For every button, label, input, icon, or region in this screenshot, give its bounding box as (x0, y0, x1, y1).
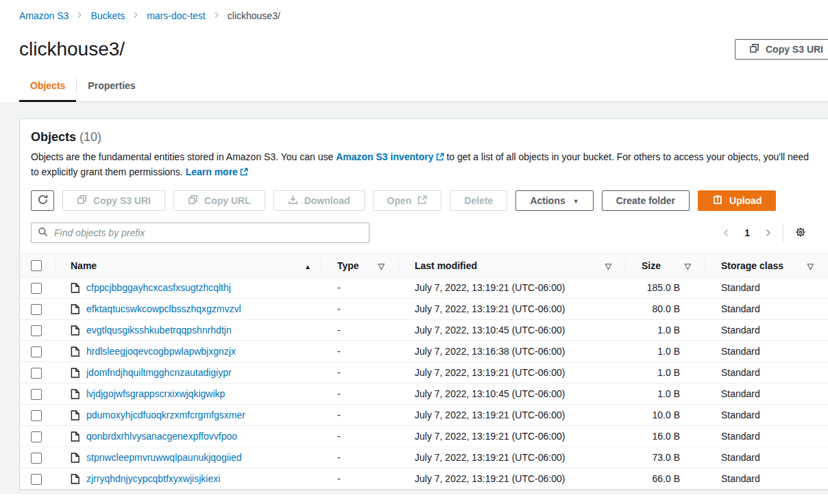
search-icon (38, 227, 48, 240)
file-icon (71, 283, 80, 293)
row-checkbox[interactable] (31, 474, 42, 485)
row-checkbox[interactable] (31, 346, 42, 357)
object-name-link[interactable]: cfppcjbbggayhcxcasfxsugtzhcqlthj (86, 282, 231, 293)
object-type: - (321, 367, 398, 378)
open-button[interactable]: Open (373, 190, 442, 211)
row-checkbox[interactable] (31, 368, 42, 379)
download-button[interactable]: Download (273, 190, 365, 211)
gear-icon (794, 226, 807, 240)
row-checkbox[interactable] (31, 389, 42, 400)
settings-gear-button[interactable] (793, 225, 808, 242)
object-storage-class: Standard (705, 388, 828, 399)
breadcrumb-link-buckets[interactable]: Buckets (90, 10, 125, 21)
row-checkbox[interactable] (31, 431, 42, 442)
object-name-link[interactable]: evgtlqusgiksshkubetrqqpshnrhdtjn (86, 325, 232, 336)
object-type: - (321, 346, 398, 357)
objects-description: Objects are the fundamental entities sto… (20, 147, 828, 180)
search-row: 1 (20, 217, 828, 253)
objects-panel-heading: Objects (10) (20, 119, 828, 147)
select-all-checkbox[interactable] (31, 260, 42, 271)
column-header-size[interactable]: Size (625, 254, 705, 277)
object-name-link[interactable]: hrdlsleegjoqevcogbpwlapwbjxgnzjx (86, 346, 236, 357)
next-page-button[interactable] (762, 227, 773, 239)
previous-page-button[interactable] (721, 227, 732, 239)
current-page-number[interactable]: 1 (742, 227, 753, 238)
object-name-link[interactable]: zjrryqhdnjycypcqbtfxyxwjisjkiexi (86, 473, 220, 484)
tab-objects[interactable]: Objects (19, 72, 76, 101)
objects-toolbar: Copy S3 URI Copy URL Download Open Delet… (20, 180, 828, 217)
create-folder-button[interactable]: Create folder (602, 190, 690, 211)
select-all-checkbox-cell (20, 254, 56, 277)
copy-icon (188, 194, 198, 207)
column-header-last-modified[interactable]: Last modified (398, 254, 625, 277)
object-type: - (321, 410, 398, 420)
row-checkbox[interactable] (31, 304, 42, 315)
column-header-type[interactable]: Type (321, 254, 398, 277)
copy-url-button[interactable]: Copy URL (173, 190, 265, 211)
object-name-link[interactable]: pdumoxyhjcdfuoqkrzxmfcrgmfgsxmer (86, 410, 245, 420)
sort-icon (685, 260, 691, 271)
search-box (31, 223, 369, 243)
refresh-button[interactable] (31, 190, 54, 211)
copy-s3-uri-header-button[interactable]: Copy S3 URI (735, 39, 828, 60)
row-checkbox[interactable] (31, 283, 42, 294)
copy-icon (77, 194, 87, 207)
row-checkbox[interactable] (31, 453, 42, 464)
table-row: qonbrdxrhlvysanacgenexpffovvfpoo - July … (20, 426, 828, 447)
object-name-link[interactable]: lvjdjgojwfsgrappscrxixwjqkigwikp (86, 388, 225, 399)
object-type: - (321, 431, 398, 442)
table-row: zjrryqhdnjycypcqbtfxyxwjisjkiexi - July … (20, 468, 828, 490)
upload-button[interactable]: Upload (698, 190, 776, 211)
file-icon (71, 431, 80, 442)
caret-down-icon (572, 195, 579, 206)
row-checkbox[interactable] (31, 325, 42, 336)
object-storage-class: Standard (705, 325, 828, 336)
breadcrumb: Amazon S3 Buckets mars-doc-test clickhou… (19, 0, 828, 21)
column-header-storage-class[interactable]: Storage class (705, 254, 828, 277)
delete-button[interactable]: Delete (450, 190, 507, 211)
breadcrumb-link-mars-doc-test[interactable]: mars-doc-test (147, 10, 206, 21)
table-row: jdomfndjhquiltmgghcnzautadigiypr - July … (20, 362, 828, 383)
object-last-modified: July 7, 2022, 13:19:21 (UTC-06:00) (398, 282, 625, 293)
object-storage-class: Standard (705, 473, 828, 484)
object-storage-class: Standard (705, 367, 828, 378)
row-checkbox[interactable] (31, 410, 42, 421)
object-last-modified: July 7, 2022, 13:19:21 (UTC-06:00) (398, 303, 625, 314)
object-size: 1.0 B (625, 388, 705, 399)
table-row: pdumoxyhjcdfuoqkrzxmfcrgmfgsxmer - July … (20, 405, 828, 426)
file-icon (71, 453, 80, 463)
object-size: 10.0 B (625, 410, 705, 420)
object-last-modified: July 7, 2022, 13:10:45 (UTC-06:00) (398, 388, 625, 399)
external-link-icon (240, 166, 248, 180)
tab-properties[interactable]: Properties (77, 72, 146, 101)
amazon-s3-inventory-link[interactable]: Amazon S3 inventory (336, 151, 443, 162)
table-row: hrdlsleegjoqevcogbpwlapwbjxgnzjx - July … (20, 341, 828, 362)
file-icon (71, 304, 80, 314)
object-name-link[interactable]: jdomfndjhquiltmgghcnzautadigiypr (86, 367, 232, 378)
table-row: efktaqtucswkcowpclbsszhqxgzmvzvl - July … (20, 299, 828, 320)
file-icon (71, 410, 80, 420)
object-size: 1.0 B (625, 325, 705, 336)
learn-more-link[interactable]: Learn more (186, 166, 248, 177)
object-name-link[interactable]: qonbrdxrhlvysanacgenexpffovvfpoo (86, 431, 237, 442)
object-size: 16.0 B (625, 431, 705, 442)
object-name-link[interactable]: efktaqtucswkcowpclbsszhqxgzmvzvl (86, 303, 241, 314)
object-storage-class: Standard (705, 452, 828, 463)
object-storage-class: Standard (705, 346, 828, 357)
column-header-name[interactable]: Name (56, 254, 321, 277)
actions-dropdown-button[interactable]: Actions (515, 190, 593, 211)
file-icon (71, 474, 80, 484)
file-icon (71, 368, 80, 378)
find-objects-input[interactable] (53, 227, 363, 239)
object-storage-class: Standard (705, 282, 828, 293)
copy-icon (749, 43, 759, 55)
object-storage-class: Standard (705, 431, 828, 442)
sort-icon (807, 260, 814, 271)
object-name-link[interactable]: stpnwcleepmvruwwqlpaunukjqogiied (86, 452, 241, 463)
object-storage-class: Standard (705, 410, 828, 420)
copy-s3-uri-button[interactable]: Copy S3 URI (62, 190, 165, 211)
breadcrumb-link-amazon-s3[interactable]: Amazon S3 (19, 10, 69, 21)
table-row: stpnwcleepmvruwwqlpaunukjqogiied - July … (20, 447, 828, 468)
object-last-modified: July 7, 2022, 13:19:21 (UTC-06:00) (398, 431, 625, 442)
object-size: 1.0 B (625, 367, 705, 378)
